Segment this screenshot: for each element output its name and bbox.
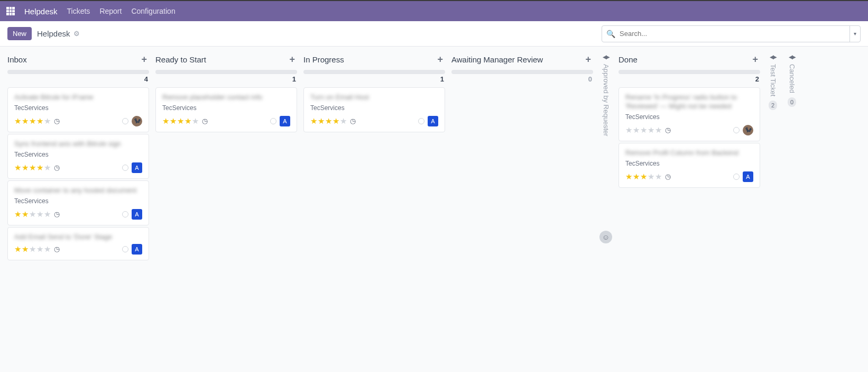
gear-icon[interactable]: ⚙: [73, 30, 80, 38]
progress-bar[interactable]: [303, 70, 445, 74]
star-icon[interactable]: ★: [325, 116, 332, 126]
priority-stars[interactable]: ★★★★★: [625, 172, 662, 182]
priority-stars[interactable]: ★★★★★: [14, 210, 51, 219]
progress-bar[interactable]: [7, 70, 149, 74]
star-icon[interactable]: ★: [22, 210, 29, 219]
status-dot[interactable]: [122, 165, 128, 171]
ticket-card[interactable]: Activate Bitrule for iFrame TecServices …: [7, 87, 149, 132]
status-dot[interactable]: [418, 118, 424, 124]
ticket-card[interactable]: Turn on Email Host TecServices ★★★★★ ◷ A: [303, 87, 445, 132]
priority-stars[interactable]: ★★★★★: [162, 116, 199, 126]
folded-column-test-ticket[interactable]: ◀▶ Test Ticket 2: [763, 52, 782, 110]
status-dot[interactable]: [733, 174, 740, 180]
status-dot[interactable]: [733, 127, 740, 133]
star-icon[interactable]: ★: [36, 163, 43, 173]
ticket-card[interactable]: Move container to any hosted document Te…: [7, 180, 149, 225]
folded-column-approved[interactable]: ◀▶ Approved by Requester ☺: [596, 52, 615, 153]
star-icon[interactable]: ★: [648, 172, 654, 182]
star-icon[interactable]: ★: [36, 116, 43, 126]
priority-stars[interactable]: ★★★★★: [14, 244, 51, 254]
star-icon[interactable]: ★: [14, 116, 21, 126]
nav-configuration[interactable]: Configuration: [131, 7, 175, 15]
star-icon[interactable]: ★: [625, 172, 632, 182]
clock-icon[interactable]: ◷: [665, 173, 671, 180]
avatar[interactable]: A: [132, 209, 142, 220]
clock-icon[interactable]: ◷: [665, 126, 671, 134]
status-dot[interactable]: [270, 118, 276, 124]
ticket-card[interactable]: Rename 'In Progress' radio button to 'Re…: [618, 87, 760, 141]
star-icon[interactable]: ★: [22, 163, 29, 173]
star-icon[interactable]: ★: [29, 163, 36, 173]
star-icon[interactable]: ★: [648, 125, 654, 135]
add-card-icon[interactable]: +: [583, 54, 593, 65]
star-icon[interactable]: ★: [318, 116, 325, 126]
star-icon[interactable]: ★: [333, 116, 339, 126]
status-dot[interactable]: [122, 118, 128, 124]
priority-stars[interactable]: ★★★★★: [14, 163, 51, 173]
priority-stars[interactable]: ★★★★★: [625, 125, 662, 135]
star-icon[interactable]: ★: [36, 244, 43, 254]
star-icon[interactable]: ★: [22, 116, 29, 126]
clock-icon[interactable]: ◷: [54, 117, 60, 125]
app-name[interactable]: Helpdesk: [24, 7, 58, 16]
star-icon[interactable]: ★: [340, 116, 347, 126]
add-card-icon[interactable]: +: [750, 54, 760, 65]
nav-report[interactable]: Report: [99, 7, 122, 15]
progress-bar[interactable]: [451, 70, 593, 74]
star-icon[interactable]: ★: [177, 116, 184, 126]
ticket-card[interactable]: Add Email Send to 'Done' Stage ★★★★★ ◷ A: [7, 227, 149, 260]
breadcrumb[interactable]: Helpdesk: [37, 29, 70, 38]
star-icon[interactable]: ★: [640, 172, 647, 182]
column-title[interactable]: Inbox: [7, 55, 139, 64]
star-icon[interactable]: ★: [44, 163, 51, 173]
clock-icon[interactable]: ◷: [54, 164, 60, 171]
apps-icon[interactable]: [6, 7, 15, 15]
new-button[interactable]: New: [7, 27, 32, 40]
star-icon[interactable]: ★: [310, 116, 317, 126]
priority-stars[interactable]: ★★★★★: [14, 116, 51, 126]
avatar[interactable]: 🐿: [743, 125, 753, 135]
add-card-icon[interactable]: +: [435, 54, 445, 65]
star-icon[interactable]: ★: [170, 116, 177, 126]
star-icon[interactable]: ★: [640, 125, 647, 135]
add-card-icon[interactable]: +: [287, 54, 297, 65]
progress-bar[interactable]: [618, 70, 760, 74]
star-icon[interactable]: ★: [184, 116, 191, 126]
clock-icon[interactable]: ◷: [350, 117, 356, 125]
star-icon[interactable]: ★: [44, 244, 51, 254]
star-icon[interactable]: ★: [36, 210, 43, 219]
star-icon[interactable]: ★: [44, 210, 51, 219]
star-icon[interactable]: ★: [29, 244, 36, 254]
star-icon[interactable]: ★: [192, 116, 199, 126]
star-icon[interactable]: ★: [29, 116, 36, 126]
column-title[interactable]: Awaiting Manager Review: [451, 55, 583, 64]
star-icon[interactable]: ★: [14, 210, 21, 219]
star-icon[interactable]: ★: [14, 244, 21, 254]
ticket-card[interactable]: Sync frontend axis with Bitrule sign Tec…: [7, 134, 149, 179]
search-box[interactable]: 🔍 ▾: [602, 25, 861, 42]
add-card-icon[interactable]: +: [139, 54, 149, 65]
clock-icon[interactable]: ◷: [54, 210, 60, 218]
column-title[interactable]: In Progress: [303, 55, 435, 64]
avatar[interactable]: A: [280, 116, 290, 126]
star-icon[interactable]: ★: [14, 163, 21, 173]
column-title[interactable]: Done: [618, 55, 750, 64]
column-title[interactable]: Ready to Start: [155, 55, 287, 64]
search-dropdown[interactable]: ▾: [849, 26, 860, 42]
star-icon[interactable]: ★: [655, 125, 662, 135]
star-icon[interactable]: ★: [22, 244, 29, 254]
star-icon[interactable]: ★: [625, 125, 632, 135]
avatar[interactable]: A: [743, 171, 753, 182]
priority-stars[interactable]: ★★★★★: [310, 116, 347, 126]
nav-tickets[interactable]: Tickets: [67, 7, 90, 15]
ticket-card[interactable]: Remove Profil Column from Backend TecSer…: [618, 143, 760, 188]
star-icon[interactable]: ★: [633, 172, 640, 182]
star-icon[interactable]: ★: [29, 210, 36, 219]
star-icon[interactable]: ★: [633, 125, 640, 135]
avatar[interactable]: 🐿: [132, 116, 142, 126]
progress-bar[interactable]: [155, 70, 297, 74]
avatar[interactable]: A: [132, 244, 142, 255]
avatar[interactable]: A: [132, 162, 142, 173]
star-icon[interactable]: ★: [162, 116, 169, 126]
folded-column-canceled[interactable]: ◀▶ Canceled 0: [782, 52, 801, 107]
